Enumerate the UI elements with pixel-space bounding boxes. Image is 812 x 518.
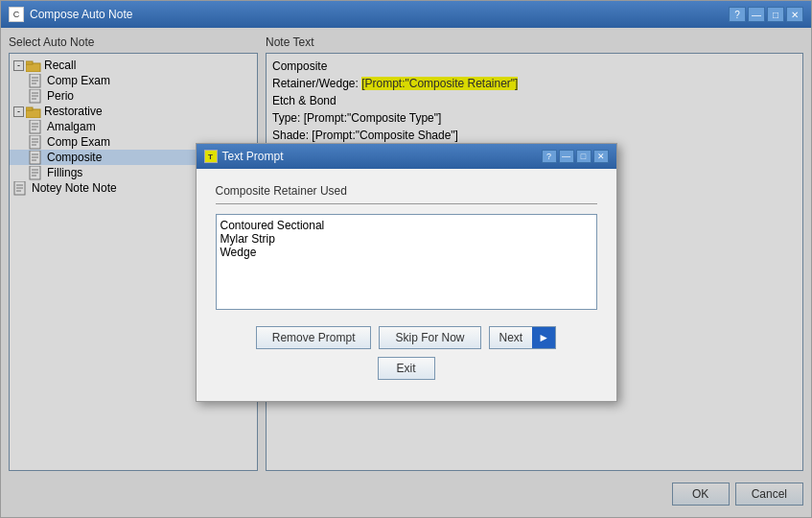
title-bar-left: C Compose Auto Note [9,7,132,22]
dialog-content: Composite Retainer Used Contoured Sectio… [197,169,616,401]
dialog-title: Text Prompt [222,150,284,163]
dialog-buttons-row1: Remove Prompt Skip For Now Next ► [216,326,597,349]
main-window-title: Compose Auto Note [30,8,132,21]
dialog-icon: T [204,150,218,163]
close-button[interactable]: ✕ [786,7,803,22]
minimize-button[interactable]: — [748,7,765,22]
dialog-field-label: Composite Retainer Used [216,184,597,198]
modal-overlay: T Text Prompt ? — □ ✕ Composite Retainer… [1,28,811,517]
dialog-close-button[interactable]: ✕ [593,150,609,163]
main-content: Select Auto Note - Recall [1,28,811,517]
dialog-maximize-button[interactable]: □ [576,150,592,163]
help-button[interactable]: ? [729,7,746,22]
title-bar-controls: ? — □ ✕ [729,7,803,22]
dialog-controls: ? — □ ✕ [542,150,609,163]
remove-prompt-button[interactable]: Remove Prompt [256,326,372,349]
next-button-label: Next [490,327,533,348]
dialog-title-left: T Text Prompt [204,150,284,163]
main-window: C Compose Auto Note ? — □ ✕ Select Auto … [0,0,812,518]
dialog-separator [216,203,597,204]
dialog-title-bar: T Text Prompt ? — □ ✕ [197,144,616,169]
dialog-help-button[interactable]: ? [542,150,557,163]
next-arrow-icon: ► [532,327,555,348]
text-prompt-dialog: T Text Prompt ? — □ ✕ Composite Retainer… [196,143,617,402]
app-icon: C [9,7,24,22]
skip-for-now-button[interactable]: Skip For Now [379,326,480,349]
dialog-minimize-button[interactable]: — [559,150,574,163]
dialog-textarea[interactable]: Contoured Sectional Mylar Strip Wedge [216,214,597,310]
main-title-bar: C Compose Auto Note ? — □ ✕ [1,1,811,28]
dialog-buttons-row2: Exit [216,357,597,380]
maximize-button[interactable]: □ [767,7,784,22]
next-button[interactable]: Next ► [489,326,557,349]
exit-button[interactable]: Exit [378,357,435,380]
